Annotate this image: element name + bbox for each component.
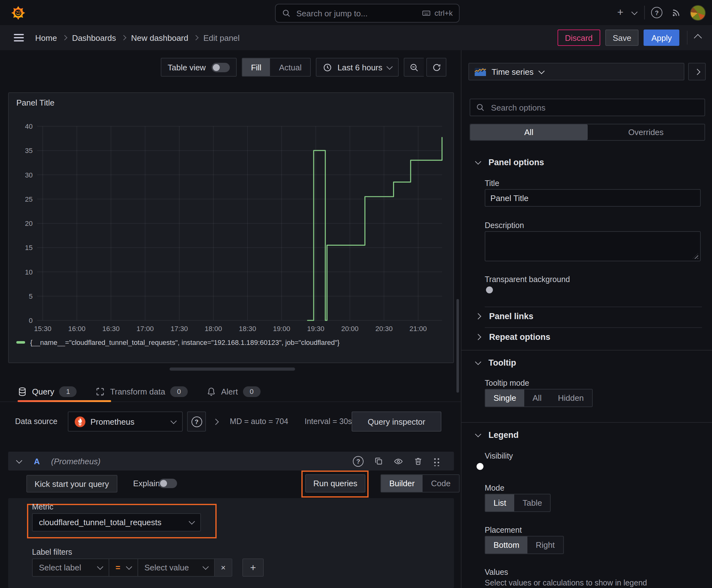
panel-options-section-header[interactable]: Panel options: [476, 158, 544, 167]
collapse-pane-button[interactable]: [688, 63, 706, 80]
tab-transform-data[interactable]: Transform data 0: [96, 381, 188, 401]
prometheus-icon: [75, 416, 85, 427]
tooltip-all-option[interactable]: All: [524, 390, 550, 406]
chevron-down-icon: [97, 564, 103, 570]
datasource-picker[interactable]: Prometheus: [68, 412, 183, 432]
refresh-button[interactable]: [426, 58, 447, 77]
chevron-down-icon: [538, 67, 545, 74]
remove-filter-button[interactable]: ×: [215, 559, 232, 577]
zoom-out-button[interactable]: [404, 58, 424, 77]
keyboard-icon: [421, 9, 431, 18]
placement-bottom-option[interactable]: Bottom: [486, 537, 527, 553]
tab-all[interactable]: All: [470, 124, 587, 140]
add-filter-button[interactable]: +: [242, 559, 264, 577]
time-range-picker[interactable]: Last 6 hours: [316, 58, 399, 77]
svg-text:20:30: 20:30: [375, 325, 393, 333]
avatar[interactable]: [690, 5, 706, 20]
placement-label: Placement: [485, 526, 522, 534]
select-label-dropdown[interactable]: Select label: [32, 559, 109, 577]
fill-option[interactable]: Fill: [242, 58, 270, 76]
svg-text:15: 15: [25, 244, 33, 252]
mode-table-option[interactable]: Table: [514, 495, 550, 511]
svg-text:5: 5: [29, 292, 33, 300]
tab-alert[interactable]: Alert 0: [207, 381, 260, 401]
options-search-input[interactable]: [490, 102, 699, 113]
mode-list-option[interactable]: List: [486, 495, 514, 511]
visualization-picker[interactable]: Time series: [468, 63, 684, 80]
apply-button[interactable]: Apply: [644, 29, 679, 46]
legend-placement-segment: Bottom Right: [485, 536, 563, 554]
series-label: {__name__="cloudflared_tunnel_total_requ…: [30, 339, 340, 346]
legend-mode-segment: List Table: [485, 494, 551, 512]
tab-overrides[interactable]: Overrides: [587, 124, 705, 140]
query-count-badge: 1: [59, 386, 77, 397]
grafana-app: ctrl+k + ? Home Dashboards New dashboar: [0, 0, 712, 588]
explain-toggle[interactable]: [159, 479, 177, 488]
kickstart-button[interactable]: Kick start your query: [26, 475, 117, 492]
collapse-editor-icon[interactable]: [694, 34, 702, 41]
drag-handle-icon[interactable]: [433, 456, 440, 466]
breadcrumb-new-dashboard[interactable]: New dashboard: [131, 33, 188, 42]
breadcrumb-home[interactable]: Home: [35, 33, 57, 42]
run-queries-button[interactable]: Run queries: [305, 474, 365, 492]
datasource-help-button[interactable]: ?: [187, 412, 206, 432]
search-input[interactable]: [295, 8, 417, 19]
svg-text:35: 35: [25, 147, 33, 154]
hide-response-icon[interactable]: [394, 456, 403, 466]
shortcut-hint: ctrl+k: [421, 9, 453, 18]
chevron-down-icon: [475, 431, 481, 437]
panel-links-section-header[interactable]: Panel links: [476, 312, 533, 321]
options-search: [470, 99, 705, 116]
svg-text:17:30: 17:30: [170, 325, 188, 333]
scrollbar-thumb[interactable]: [456, 299, 459, 393]
svg-text:20: 20: [25, 219, 33, 227]
select-value-dropdown[interactable]: Select value: [138, 559, 215, 577]
help-icon[interactable]: ?: [651, 7, 662, 18]
panel-resize-handle[interactable]: [170, 368, 295, 371]
series-color-icon: [16, 341, 25, 344]
breadcrumb-dashboards[interactable]: Dashboards: [72, 33, 116, 42]
chevron-down-icon: [386, 63, 393, 69]
tooltip-single-option[interactable]: Single: [486, 390, 524, 406]
duplicate-query-icon[interactable]: [374, 457, 383, 465]
placement-right-option[interactable]: Right: [527, 537, 563, 553]
operator-dropdown[interactable]: =: [109, 559, 138, 577]
panel-title[interactable]: Panel Title: [16, 98, 54, 107]
grafana-logo-icon[interactable]: [10, 5, 26, 20]
repeat-options-section-header[interactable]: Repeat options: [476, 332, 550, 342]
save-button[interactable]: Save: [605, 29, 639, 46]
description-input[interactable]: [485, 231, 701, 261]
code-option[interactable]: Code: [423, 475, 459, 492]
discard-button[interactable]: Discard: [558, 29, 600, 46]
query-help-icon[interactable]: ?: [353, 456, 364, 466]
legend-section-header[interactable]: Legend: [476, 430, 519, 440]
breadcrumb-edit-panel: Edit panel: [203, 33, 240, 42]
svg-text:19:00: 19:00: [273, 325, 290, 333]
add-icon[interactable]: +: [615, 5, 626, 20]
transform-count-badge: 0: [170, 386, 188, 397]
options-pane: Time series All Overrides Panel options …: [461, 50, 712, 588]
svg-text:15:30: 15:30: [34, 325, 51, 333]
add-chevron-icon[interactable]: [631, 8, 638, 15]
builder-option[interactable]: Builder: [381, 475, 423, 492]
expand-options-icon[interactable]: [213, 418, 219, 425]
actual-option[interactable]: Actual: [270, 58, 310, 76]
news-icon[interactable]: [669, 5, 684, 20]
tab-query[interactable]: Query 1: [18, 381, 77, 401]
panel-title-input[interactable]: [485, 189, 701, 207]
table-view-toggle[interactable]: [211, 63, 230, 72]
metric-select[interactable]: cloudflared_tunnel_total_requests: [32, 513, 201, 531]
menu-icon[interactable]: [14, 34, 24, 41]
tooltip-section-header[interactable]: Tooltip: [476, 358, 516, 368]
chevron-down-icon: [170, 417, 177, 424]
query-toolbar: Kick start your query Explain Run querie…: [8, 474, 454, 494]
query-inspector-button[interactable]: Query inspector: [352, 412, 441, 432]
collapse-query-icon[interactable]: [16, 457, 22, 463]
chevron-right-icon: [475, 313, 481, 319]
query-row-header[interactable]: A (Prometheus) ?: [8, 452, 454, 470]
legend-item[interactable]: {__name__="cloudflared_tunnel_total_requ…: [16, 339, 340, 346]
chevron-down-icon: [202, 564, 209, 570]
editor-tabs: Query 1 Transform data 0 Alert 0: [0, 381, 461, 402]
tooltip-hidden-option[interactable]: Hidden: [550, 390, 592, 406]
delete-query-icon[interactable]: [414, 457, 423, 465]
